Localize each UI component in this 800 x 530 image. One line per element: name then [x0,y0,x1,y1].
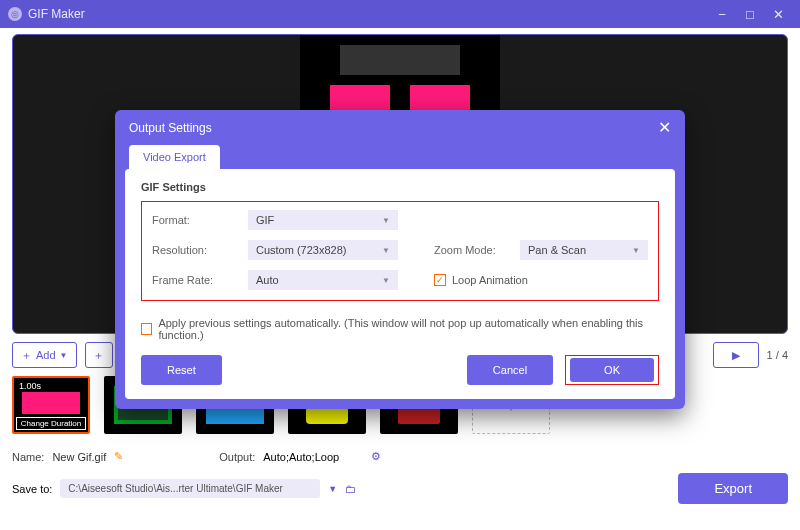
play-icon: ▶ [732,349,740,362]
chevron-down-icon[interactable]: ▼ [328,484,337,494]
name-output-row: Name: New Gif.gif ✎ Output: ⚙ [12,450,788,463]
add-button[interactable]: ＋ Add ▼ [12,342,77,368]
ok-highlight-box: OK [565,355,659,385]
gif-settings-heading: GIF Settings [141,181,659,193]
chevron-down-icon: ▼ [60,351,68,360]
reset-button[interactable]: Reset [141,355,222,385]
plus-icon: ＋ [21,348,32,363]
framerate-select[interactable]: Auto▼ [248,270,398,290]
chevron-down-icon: ▼ [382,216,390,225]
maximize-button[interactable]: □ [736,7,764,22]
chevron-down-icon: ▼ [632,246,640,255]
folder-icon[interactable]: 🗀 [345,483,356,495]
ok-button[interactable]: OK [570,358,654,382]
save-to-label: Save to: [12,483,52,495]
export-button[interactable]: Export [678,473,788,504]
output-value[interactable] [263,451,363,463]
output-settings-dialog: Output Settings ✕ Video Export GIF Setti… [115,110,685,409]
tab-video-export[interactable]: Video Export [129,145,220,169]
checkbox-empty-icon: ✓ [141,323,152,335]
pencil-icon[interactable]: ✎ [114,450,123,463]
app-logo-icon: ◎ [8,7,22,21]
app-title: GIF Maker [28,7,708,21]
name-label: Name: [12,451,44,463]
cancel-button[interactable]: Cancel [467,355,553,385]
auto-apply-checkbox[interactable]: ✓ Apply previous settings automatically.… [141,317,659,341]
add-label: Add [36,349,56,361]
loop-animation-checkbox[interactable]: ✓ Loop Animation [434,274,528,286]
save-path[interactable]: C:\Aiseesoft Studio\Ais...rter Ultimate\… [60,479,320,498]
change-duration-button[interactable]: Change Duration [16,417,86,430]
chevron-down-icon: ▼ [382,246,390,255]
save-row: Save to: C:\Aiseesoft Studio\Ais...rter … [12,473,788,504]
zoom-mode-label: Zoom Mode: [434,244,520,256]
settings-highlight-box: Format: GIF▼ Resolution: Custom (723x828… [141,201,659,301]
play-button[interactable]: ▶ [713,342,759,368]
checkmark-icon: ✓ [434,274,446,286]
chevron-down-icon: ▼ [382,276,390,285]
add-small-button[interactable]: ＋ [85,342,113,368]
duration-label: 1.00s [16,380,44,392]
output-label: Output: [219,451,255,463]
resolution-label: Resolution: [152,244,248,256]
format-select[interactable]: GIF▼ [248,210,398,230]
resolution-select[interactable]: Custom (723x828)▼ [248,240,398,260]
zoom-mode-select[interactable]: Pan & Scan▼ [520,240,648,260]
framerate-label: Frame Rate: [152,274,248,286]
thumbnail-item[interactable]: 1.00s Change Duration [12,376,90,434]
gear-icon[interactable]: ⚙ [371,450,381,463]
title-bar: ◎ GIF Maker − □ ✕ [0,0,800,28]
dialog-title: Output Settings [129,121,212,135]
close-icon[interactable]: ✕ [658,118,671,137]
plus-icon: ＋ [93,348,104,363]
format-label: Format: [152,214,248,226]
close-window-button[interactable]: ✕ [764,7,792,22]
name-value: New Gif.gif [52,451,106,463]
minimize-button[interactable]: − [708,7,736,22]
page-indicator: 1 / 4 [767,349,788,361]
